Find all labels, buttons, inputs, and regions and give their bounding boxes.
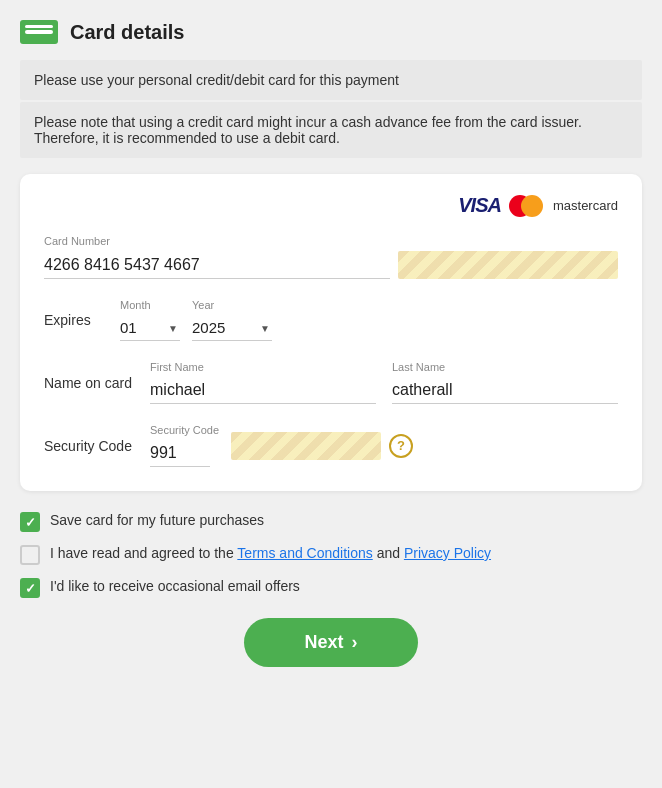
last-name-input[interactable] xyxy=(392,377,618,404)
next-arrow-icon: › xyxy=(352,632,358,653)
security-stripe-pattern xyxy=(231,432,381,460)
first-name-label: First Name xyxy=(150,361,376,373)
next-button-label: Next xyxy=(304,632,343,653)
last-name-label: Last Name xyxy=(392,361,618,373)
name-label: Name on card xyxy=(44,375,134,391)
info-bar-2: Please note that using a credit card mig… xyxy=(20,102,642,158)
main-container: Card details Please use your personal cr… xyxy=(20,20,642,667)
security-code-input[interactable] xyxy=(150,440,210,467)
next-button[interactable]: Next › xyxy=(244,618,417,667)
card-form-inner: VISA mastercard Card Number xyxy=(44,194,618,467)
card-number-label: Card Number xyxy=(44,235,618,247)
name-row: Name on card First Name Last Name xyxy=(44,361,618,404)
privacy-link[interactable]: Privacy Policy xyxy=(404,545,491,561)
save-card-label: Save card for my future purchases xyxy=(50,511,264,531)
card-number-field: Card Number xyxy=(44,235,618,279)
expires-row: Expires Month 01020304 05060708 09101112… xyxy=(44,299,618,341)
security-code-label: Security Code xyxy=(150,424,219,436)
next-button-row: Next › xyxy=(20,618,642,667)
month-label: Month xyxy=(120,299,180,311)
card-icon-inner xyxy=(25,30,53,34)
name-fields: First Name Last Name xyxy=(150,361,618,404)
page-title: Card details xyxy=(70,21,184,44)
first-name-input[interactable] xyxy=(150,377,376,404)
mc-text: mastercard xyxy=(553,198,618,213)
email-offers-label: I'd like to receive occasional email off… xyxy=(50,577,300,597)
card-form-box: VISA mastercard Card Number xyxy=(20,174,642,491)
terms-link[interactable]: Terms and Conditions xyxy=(237,545,372,561)
email-offers-row: I'd like to receive occasional email off… xyxy=(20,577,642,598)
card-logos: VISA mastercard xyxy=(44,194,618,217)
security-fields: Security Code ? xyxy=(150,424,618,467)
card-number-row xyxy=(44,251,618,279)
year-field: Year 202420252026 202720282029 ▼ xyxy=(192,299,272,341)
mc-circles xyxy=(509,195,543,217)
month-field: Month 01020304 05060708 09101112 ▼ xyxy=(120,299,180,341)
month-select[interactable]: 01020304 05060708 09101112 xyxy=(120,315,180,341)
expires-fields: Month 01020304 05060708 09101112 ▼ Year xyxy=(120,299,618,341)
card-stripe-pattern xyxy=(398,251,618,279)
save-card-checkbox[interactable] xyxy=(20,512,40,532)
card-icon xyxy=(20,20,58,44)
card-header: Card details xyxy=(20,20,642,44)
security-row: Security Code Security Code ? xyxy=(44,424,618,467)
security-code-field: Security Code xyxy=(150,424,219,467)
checkboxes-section: Save card for my future purchases I have… xyxy=(20,511,642,598)
visa-logo: VISA xyxy=(458,194,501,217)
security-label: Security Code xyxy=(44,438,134,454)
email-offers-checkbox[interactable] xyxy=(20,578,40,598)
year-label: Year xyxy=(192,299,272,311)
month-select-wrapper: 01020304 05060708 09101112 ▼ xyxy=(120,315,180,341)
first-name-field: First Name xyxy=(150,361,376,404)
expires-label: Expires xyxy=(44,312,104,328)
year-select-wrapper: 202420252026 202720282029 ▼ xyxy=(192,315,272,341)
mastercard-logo: mastercard xyxy=(509,195,618,217)
card-number-input[interactable] xyxy=(44,252,390,279)
help-icon[interactable]: ? xyxy=(389,434,413,458)
last-name-field: Last Name xyxy=(392,361,618,404)
year-select[interactable]: 202420252026 202720282029 xyxy=(192,315,272,341)
save-card-row: Save card for my future purchases xyxy=(20,511,642,532)
mc-circle-orange xyxy=(521,195,543,217)
terms-checkbox[interactable] xyxy=(20,545,40,565)
info-bar-1: Please use your personal credit/debit ca… xyxy=(20,60,642,100)
terms-label: I have read and agreed to the Terms and … xyxy=(50,544,491,564)
terms-row: I have read and agreed to the Terms and … xyxy=(20,544,642,565)
